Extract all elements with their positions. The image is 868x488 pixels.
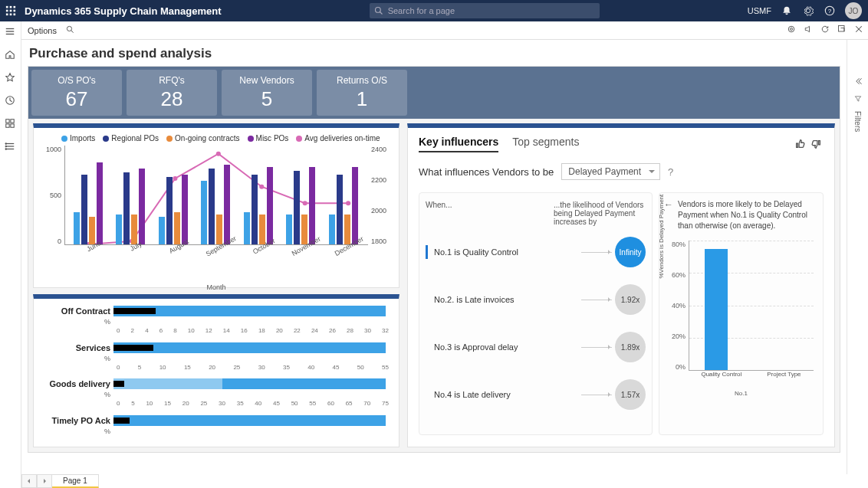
bullet-row: Timely PO Ack% (41, 414, 391, 437)
expand-rail-icon[interactable] (853, 77, 863, 88)
search-input[interactable] (388, 6, 595, 15)
home-icon[interactable] (5, 49, 17, 61)
user-avatar[interactable]: JO (845, 2, 862, 19)
svg-rect-25 (10, 120, 13, 123)
ki-item[interactable]: No.3 is Approval delay1.89x (426, 332, 646, 362)
ki-detail-pane: ← Vendors is more likely to be Delayed P… (659, 192, 824, 435)
workspaces-icon[interactable] (5, 118, 17, 130)
recent-icon[interactable] (5, 95, 17, 107)
svg-point-31 (5, 143, 6, 145)
global-search[interactable] (370, 3, 600, 18)
svg-rect-8 (14, 14, 16, 16)
svg-point-13 (67, 26, 71, 31)
bullet-row: Services%0510152025303540455055 (41, 342, 391, 371)
ki-tabs: Key influencers Top segments (419, 136, 824, 152)
prev-page-button[interactable] (21, 474, 37, 488)
svg-line-14 (71, 30, 74, 32)
thumbs-up-icon[interactable] (794, 139, 805, 152)
monthly-chart-panel[interactable]: Imports Regional POs On-going contracts … (33, 123, 399, 288)
thumbs-down-icon[interactable] (811, 139, 822, 152)
chart-plot-area: JuneJulyAugustSeptemberOctoberNovemberDe… (64, 146, 368, 245)
ki-item[interactable]: No.1 is Quality ControlInfinity (426, 237, 646, 267)
svg-text:?: ? (828, 8, 832, 15)
bullet-row: Goods delivery%0510152025303540455055606… (41, 378, 391, 408)
svg-rect-0 (6, 6, 8, 8)
page-title: Purchase and spend analysis (21, 40, 847, 66)
bullet-chart-panel[interactable]: Off Contract%024681012141618202224262830… (33, 294, 399, 447)
svg-point-37 (216, 152, 221, 156)
top-bar: Dynamics 365 Supply Chain Management USM… (0, 0, 868, 21)
options-menu[interactable]: Options (28, 26, 57, 35)
svg-rect-5 (14, 10, 16, 12)
refresh-icon[interactable] (820, 25, 830, 36)
top-right-actions: USMF ? JO (748, 2, 862, 19)
dashboard: O/S PO's67 RFQ's28 New Vendors5 Returns … (28, 66, 840, 453)
y-axis-right: 2400220020001800 (368, 146, 393, 245)
ki-influencer-list: When... ...the likelihood of Vendors bei… (419, 192, 653, 435)
key-influencers-panel[interactable]: Key influencers Top segments What influe… (407, 123, 835, 447)
svg-rect-2 (14, 6, 16, 8)
page-tab-1[interactable]: Page 1 (52, 474, 99, 488)
ki-question: What influences Vendors to be Delayed Pa… (419, 163, 824, 180)
svg-point-33 (5, 149, 6, 150)
ki-item[interactable]: No.4 is Late delivery1.57x (426, 379, 646, 410)
svg-point-15 (788, 26, 794, 32)
svg-point-16 (791, 28, 793, 31)
popout-icon[interactable] (837, 25, 847, 36)
svg-rect-6 (6, 14, 8, 16)
next-page-button[interactable] (37, 474, 52, 488)
bullet-row: Off Contract%024681012141618202224262830… (41, 305, 391, 334)
svg-point-9 (375, 8, 380, 13)
attach-icon[interactable] (787, 25, 796, 36)
org-name[interactable]: USMF (748, 6, 771, 15)
svg-rect-7 (10, 14, 12, 16)
tab-top-segments[interactable]: Top segments (512, 136, 579, 152)
svg-rect-24 (5, 120, 8, 123)
modules-icon[interactable] (5, 141, 17, 153)
right-rail: Filters (847, 40, 868, 474)
kpi-row: O/S PO's67 RFQ's28 New Vendors5 Returns … (28, 67, 840, 119)
filters-label[interactable]: Filters (853, 111, 862, 132)
svg-rect-4 (10, 10, 12, 12)
ki-mini-chart: %Vendors is Delayed Payment 80%60%40%20%… (666, 241, 817, 394)
help-icon[interactable]: ? (824, 5, 836, 17)
tab-key-influencers[interactable]: Key influencers (419, 136, 498, 152)
ki-outcome-select[interactable]: Delayed Payment (561, 163, 660, 180)
kpi-card-new-vendors[interactable]: New Vendors5 (222, 70, 312, 116)
svg-rect-1 (10, 6, 12, 8)
search-icon (374, 6, 383, 15)
ki-item[interactable]: No.2. is Late invoices1.92x (426, 284, 646, 315)
kpi-card-os-pos[interactable]: O/S PO's67 (31, 70, 122, 116)
x-axis-label: Month (40, 283, 393, 291)
svg-line-10 (380, 12, 382, 15)
left-nav-rail (0, 21, 21, 488)
kpi-card-returns[interactable]: Returns O/S1 (317, 70, 407, 116)
app-launcher-icon[interactable] (0, 0, 21, 21)
favorites-icon[interactable] (5, 72, 17, 84)
svg-rect-17 (839, 26, 845, 32)
options-bar: Options (0, 21, 868, 40)
ki-detail-text: Vendors is more likely to be Delayed Pay… (678, 199, 817, 231)
notifications-icon[interactable] (781, 5, 793, 17)
chart-legend: Imports Regional POs On-going contracts … (61, 134, 393, 142)
main-content: Purchase and spend analysis O/S PO's67 R… (21, 40, 847, 474)
hamburger-icon[interactable] (5, 26, 17, 38)
filter-icon[interactable] (854, 94, 862, 105)
kpi-card-rfqs[interactable]: RFQ's28 (127, 70, 217, 116)
back-arrow-icon[interactable]: ← (664, 199, 673, 210)
options-search-icon[interactable] (66, 25, 74, 36)
app-title: Dynamics 365 Supply Chain Management (25, 5, 221, 17)
page-tabs: Page 1 (21, 474, 99, 488)
ki-help-icon[interactable]: ? (668, 166, 673, 178)
settings-icon[interactable] (802, 5, 814, 17)
svg-rect-27 (10, 124, 13, 127)
close-icon[interactable] (854, 25, 863, 36)
y-axis-left: 10005000 (40, 146, 64, 245)
svg-rect-26 (5, 124, 8, 127)
svg-point-32 (5, 146, 6, 147)
svg-rect-3 (6, 10, 8, 12)
sound-icon[interactable] (804, 25, 813, 36)
